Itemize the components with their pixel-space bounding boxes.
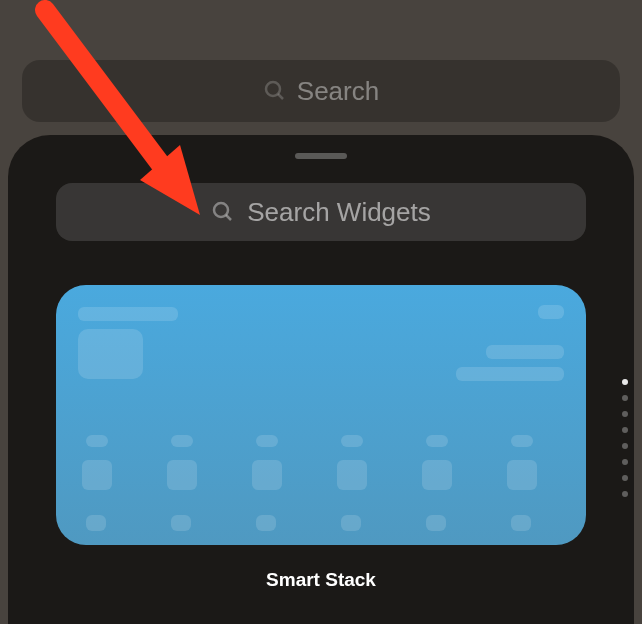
svg-point-2 [214, 203, 228, 217]
widget-gallery-sheet: Search Widgets [8, 135, 634, 624]
page-indicator [622, 379, 628, 497]
svg-line-1 [278, 94, 283, 99]
search-icon [263, 79, 287, 103]
page-dot [622, 443, 628, 449]
spotlight-search-placeholder: Search [297, 76, 379, 107]
svg-line-3 [226, 215, 231, 220]
page-dot [622, 459, 628, 465]
page-dot [622, 427, 628, 433]
page-dot [622, 411, 628, 417]
widget-title-label: Smart Stack [8, 569, 634, 591]
spotlight-search-pill: Search [22, 60, 620, 122]
search-widgets-field[interactable]: Search Widgets [56, 183, 586, 241]
sheet-grabber[interactable] [295, 153, 347, 159]
search-widgets-placeholder: Search Widgets [247, 197, 431, 228]
page-dot [622, 379, 628, 385]
smart-stack-widget-preview[interactable] [56, 285, 586, 545]
page-dot [622, 491, 628, 497]
page-dot [622, 395, 628, 401]
search-icon [211, 200, 235, 224]
widget-carousel: Smart Stack [8, 285, 634, 591]
svg-point-0 [266, 82, 280, 96]
page-dot [622, 475, 628, 481]
